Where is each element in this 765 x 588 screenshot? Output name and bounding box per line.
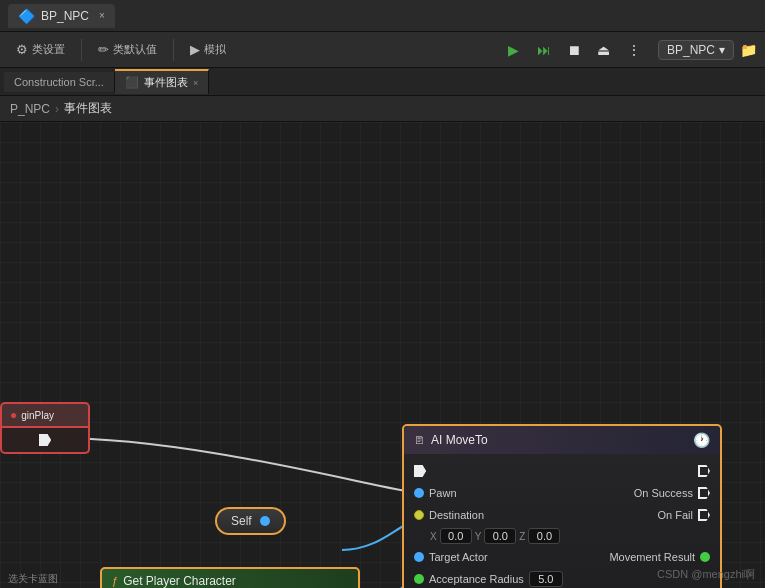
acceptance-radius-label: Acceptance Radius xyxy=(429,573,524,585)
exec-in-group xyxy=(414,465,426,477)
wire-exec xyxy=(56,438,415,492)
begin-play-node[interactable]: ● ginPlay xyxy=(0,402,90,454)
dest-x-input[interactable] xyxy=(440,528,472,544)
toolbar: ⚙ 类设置 ✏ 类默认值 ▶ 模拟 ▶ ⏭ ⏹ ⏏ ⋮ BP_NPC ▾ 📁 xyxy=(0,32,765,68)
tab-event-graph[interactable]: ⬛ 事件图表 × xyxy=(115,69,209,94)
exec-row xyxy=(404,460,720,482)
get-player-title: Get Player Character xyxy=(123,574,236,588)
on-fail-right: On Fail xyxy=(658,509,710,521)
bp-dropdown-icon: ▾ xyxy=(719,43,725,57)
settings-icon: ⚙ xyxy=(16,42,28,57)
event-graph-close[interactable]: × xyxy=(193,78,198,88)
breadcrumb-root[interactable]: P_NPC xyxy=(10,102,50,116)
begin-play-label: ginPlay xyxy=(21,410,54,421)
on-success-right: On Success xyxy=(634,487,710,499)
class-settings-button[interactable]: ⚙ 类设置 xyxy=(8,39,73,60)
destination-row: Destination On Fail xyxy=(404,504,720,526)
toolbar-separator xyxy=(81,39,82,61)
on-success-label: On Success xyxy=(634,487,693,499)
func-icon: ƒ xyxy=(112,575,118,587)
self-node[interactable]: Self xyxy=(215,507,286,535)
target-actor-left: Target Actor xyxy=(414,551,488,563)
simulate-label: 模拟 xyxy=(204,42,226,57)
begin-play-header: ● ginPlay xyxy=(0,402,90,428)
step-button[interactable]: ⏭ xyxy=(530,38,558,62)
self-node-inner: Self xyxy=(215,507,286,535)
dest-y-input[interactable] xyxy=(484,528,516,544)
dest-left: Destination xyxy=(414,509,484,521)
acceptance-radius-input[interactable] xyxy=(529,571,563,587)
target-actor-pin xyxy=(414,552,424,562)
watermark-text: CSDN @mengzhi啊 xyxy=(657,568,755,580)
tab-bar: Construction Scr... ⬛ 事件图表 × xyxy=(0,68,765,96)
pawn-pin xyxy=(414,488,424,498)
dest-z-input[interactable] xyxy=(528,528,560,544)
dest-inputs: X Y Z xyxy=(430,528,710,544)
watermark: CSDN @mengzhi啊 xyxy=(657,567,755,582)
exec-out-pin xyxy=(698,465,710,477)
defaults-icon: ✏ xyxy=(98,42,109,57)
folder-icon[interactable]: 📁 xyxy=(740,42,757,58)
tab-construction-script[interactable]: Construction Scr... xyxy=(4,72,115,92)
get-player-header: ƒ Get Player Character xyxy=(100,567,360,588)
target-actor-label: Target Actor xyxy=(429,551,488,563)
on-fail-pin xyxy=(698,509,710,521)
play-controls: ▶ ⏭ ⏹ ⏏ ⋮ BP_NPC ▾ 📁 xyxy=(500,38,757,62)
on-fail-label: On Fail xyxy=(658,509,693,521)
bottom-hint: 选关卡蓝图 xyxy=(8,572,58,586)
self-output-pin xyxy=(260,516,270,526)
breadcrumb: P_NPC › 事件图表 xyxy=(0,96,765,122)
x-label: X xyxy=(430,531,437,542)
y-label: Y xyxy=(475,531,482,542)
destination-pin xyxy=(414,510,424,520)
breadcrumb-separator: › xyxy=(55,102,59,116)
construction-script-label: Construction Scr... xyxy=(14,76,104,88)
ai-moveto-icon: 🖹 xyxy=(414,434,425,446)
bottom-bar: 选关卡蓝图 xyxy=(0,570,66,588)
ai-moveto-header: 🖹 AI MoveTo 🕐 xyxy=(404,426,720,454)
self-label: Self xyxy=(231,514,252,528)
z-label: Z xyxy=(519,531,525,542)
eject-button[interactable]: ⏏ xyxy=(590,38,618,62)
blueprint-icon: 🔷 xyxy=(18,8,35,24)
event-graph-label: 事件图表 xyxy=(144,75,188,90)
breadcrumb-current: 事件图表 xyxy=(64,100,112,117)
destination-xyz-row: X Y Z xyxy=(404,526,720,546)
destination-label: Destination xyxy=(429,509,484,521)
simulate-button[interactable]: ▶ 模拟 xyxy=(182,39,234,60)
more-button[interactable]: ⋮ xyxy=(620,38,648,62)
begin-play-body xyxy=(0,428,90,454)
tab-label: BP_NPC xyxy=(41,9,89,23)
target-actor-row: Target Actor Movement Result xyxy=(404,546,720,568)
movement-result-right: Movement Result xyxy=(609,551,710,563)
class-settings-label: 类设置 xyxy=(32,42,65,57)
on-success-pin xyxy=(698,487,710,499)
pawn-left: Pawn xyxy=(414,487,457,499)
class-defaults-button[interactable]: ✏ 类默认值 xyxy=(90,39,165,60)
ai-moveto-node[interactable]: 🖹 AI MoveTo 🕐 Pawn xyxy=(402,424,722,588)
begin-play-icon: ● xyxy=(10,408,17,422)
simulate-icon: ▶ xyxy=(190,42,200,57)
document-tab[interactable]: 🔷 BP_NPC × xyxy=(8,4,115,28)
bp-selector[interactable]: BP_NPC ▾ xyxy=(658,40,734,60)
play-button[interactable]: ▶ xyxy=(500,38,528,62)
stop-button[interactable]: ⏹ xyxy=(560,38,588,62)
pawn-row: Pawn On Success xyxy=(404,482,720,504)
get-player-character-node[interactable]: ƒ Get Player Character Player Index Retu… xyxy=(100,567,360,588)
bp-selector-label: BP_NPC xyxy=(667,43,715,57)
acceptance-left: Acceptance Radius xyxy=(414,571,563,587)
pawn-label: Pawn xyxy=(429,487,457,499)
exec-out-group xyxy=(698,465,710,477)
tab-close-button[interactable]: × xyxy=(99,10,105,21)
begin-play-exec-pin xyxy=(39,434,51,446)
movement-result-label: Movement Result xyxy=(609,551,695,563)
toolbar-separator-2 xyxy=(173,39,174,61)
acceptance-pin xyxy=(414,574,424,584)
event-graph-icon: ⬛ xyxy=(125,76,139,89)
clock-icon: 🕐 xyxy=(693,432,710,448)
blueprint-canvas[interactable]: ● ginPlay Self ƒ Get Player Character Pl… xyxy=(0,122,765,588)
class-defaults-label: 类默认值 xyxy=(113,42,157,57)
exec-in-pin xyxy=(414,465,426,477)
movement-result-pin xyxy=(700,552,710,562)
ai-moveto-title-group: 🖹 AI MoveTo xyxy=(414,433,488,447)
